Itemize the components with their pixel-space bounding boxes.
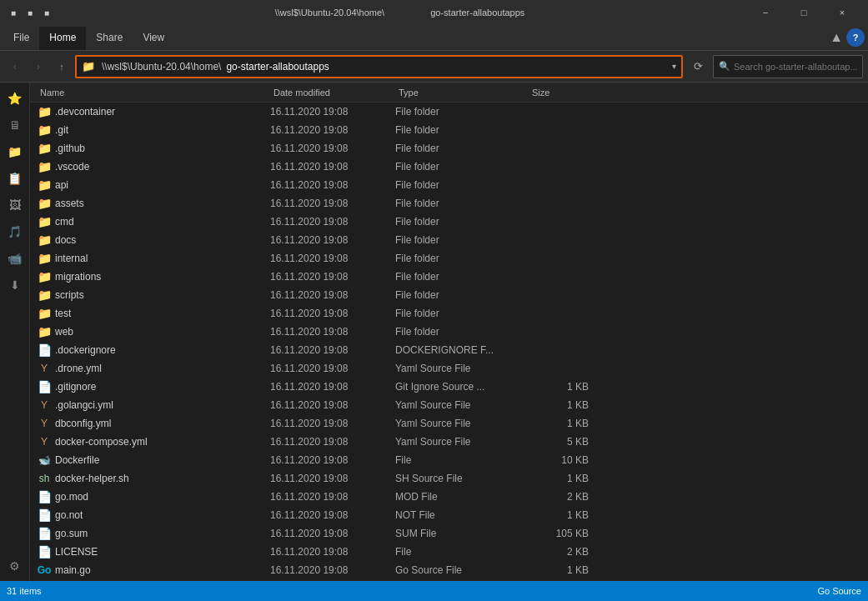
file-name: docker-helper.sh [55, 473, 270, 484]
column-header-type[interactable]: Type [395, 88, 529, 98]
file-icon: Y [37, 398, 52, 413]
column-header-date[interactable]: Date modified [270, 88, 395, 98]
table-row[interactable]: sh docker-helper.sh 16.11.2020 19:08 SH … [30, 469, 868, 488]
table-row[interactable]: 📄 go.mod 16.11.2020 19:08 MOD File 2 KB [30, 488, 868, 506]
file-type: Go Source File [395, 564, 529, 576]
search-bar[interactable]: 🔍 [713, 55, 863, 78]
column-header-name[interactable]: Name [37, 88, 270, 98]
table-row[interactable]: 📁 docs 16.11.2020 19:08 File folder [30, 231, 868, 249]
close-button[interactable]: × [823, 0, 861, 25]
file-date: 16.11.2020 19:08 [270, 564, 395, 576]
file-name: .github [55, 143, 270, 154]
tab-share[interactable]: Share [86, 27, 133, 50]
address-bar-row: ‹ › ↑ 📁 \\wsl$\Ubuntu-20.04\home\ go-sta… [0, 51, 868, 83]
table-row[interactable]: Y dbconfig.yml 16.11.2020 19:08 Yaml Sou… [30, 414, 868, 433]
sidebar-icon-clipboard[interactable]: 📋 [3, 166, 28, 191]
sidebar-icon-download[interactable]: ⬇ [3, 273, 28, 298]
file-size: 10 KB [529, 454, 595, 466]
file-date: 16.11.2020 19:08 [270, 381, 395, 393]
ribbon-tabs: File Home Share View ▲ ? [0, 25, 868, 50]
table-row[interactable]: 📁 web 16.11.2020 19:08 File folder [30, 323, 868, 341]
ribbon: File Home Share View ▲ ? [0, 25, 868, 51]
file-date: 16.11.2020 19:08 [270, 271, 395, 283]
file-type: File folder [395, 179, 529, 191]
file-date: 16.11.2020 19:08 [270, 124, 395, 136]
table-row[interactable]: 📄 .gitignore 16.11.2020 19:08 Git Ignore… [30, 378, 868, 396]
column-header-size[interactable]: Size [529, 88, 595, 98]
table-row[interactable]: Y .golangci.yml 16.11.2020 19:08 Yaml So… [30, 396, 868, 414]
table-row[interactable]: 📁 internal 16.11.2020 19:08 File folder [30, 249, 868, 268]
file-date: 16.11.2020 19:08 [270, 143, 395, 154]
file-type: Yaml Source File [395, 399, 529, 411]
table-row[interactable]: 📁 .github 16.11.2020 19:08 File folder [30, 139, 868, 158]
table-row[interactable]: 📁 api 16.11.2020 19:08 File folder [30, 176, 868, 194]
refresh-button[interactable]: ⟳ [686, 55, 710, 78]
file-name: go.not [55, 509, 270, 521]
file-icon: 📁 [37, 269, 52, 284]
file-name: go.sum [55, 528, 270, 539]
table-row[interactable]: 📁 .vscode 16.11.2020 19:08 File folder [30, 158, 868, 176]
status-item-count: 31 items [7, 586, 42, 596]
table-row[interactable]: 📁 .git 16.11.2020 19:08 File folder [30, 121, 868, 139]
tab-view[interactable]: View [133, 27, 174, 50]
search-input[interactable] [734, 62, 857, 72]
file-icon: 📄 [37, 379, 52, 394]
minimize-button[interactable]: − [746, 0, 785, 25]
file-type: File folder [395, 216, 529, 228]
sidebar-icon-music[interactable]: 🎵 [3, 219, 28, 244]
address-dropdown-icon[interactable]: ▾ [672, 62, 676, 71]
table-row[interactable]: Y docker-compose.yml 16.11.2020 19:08 Ya… [30, 433, 868, 451]
file-icon: 📁 [37, 251, 52, 266]
sidebar-icon-folder[interactable]: 📁 [3, 139, 28, 164]
sidebar-icon-star[interactable]: ⭐ [3, 86, 28, 111]
table-row[interactable]: 📁 .devcontainer 16.11.2020 19:08 File fo… [30, 103, 868, 121]
sidebar-icon-video[interactable]: 📹 [3, 246, 28, 271]
table-row[interactable]: Go main.go 16.11.2020 19:08 Go Source Fi… [30, 561, 868, 579]
file-date: 16.11.2020 19:08 [270, 198, 395, 209]
table-row[interactable]: 📁 cmd 16.11.2020 19:08 File folder [30, 213, 868, 231]
help-button[interactable]: ? [846, 28, 865, 47]
file-date: 16.11.2020 19:08 [270, 509, 395, 521]
file-icon: 📄 [37, 526, 52, 541]
file-type: SUM File [395, 528, 529, 539]
table-row[interactable]: Y .drone.yml 16.11.2020 19:08 Yaml Sourc… [30, 359, 868, 378]
table-row[interactable]: 📄 LICENSE 16.11.2020 19:08 File 2 KB [30, 543, 868, 561]
address-bar[interactable]: 📁 \\wsl$\Ubuntu-20.04\home\ go-starter-a… [75, 55, 683, 78]
file-size: 1 KB [529, 418, 595, 429]
file-type: File folder [395, 161, 529, 173]
sidebar-icon-settings[interactable]: ⚙ [3, 553, 28, 578]
file-size: 1 KB [529, 381, 595, 393]
back-button[interactable]: ‹ [5, 57, 25, 77]
file-type: Git Ignore Source ... [395, 381, 529, 393]
file-size: 2 KB [529, 546, 595, 558]
file-name: assets [55, 198, 270, 209]
file-type: File [395, 546, 529, 558]
tab-file[interactable]: File [3, 27, 39, 50]
up-button[interactable]: ↑ [52, 57, 72, 77]
table-row[interactable]: 📁 migrations 16.11.2020 19:08 File folde… [30, 268, 868, 286]
file-date: 16.11.2020 19:08 [270, 363, 395, 374]
table-row[interactable]: 📄 go.sum 16.11.2020 19:08 SUM File 105 K… [30, 524, 868, 543]
sidebar-icon-image[interactable]: 🖼 [3, 193, 28, 218]
file-list-header: Name Date modified Type Size [30, 83, 868, 103]
table-row[interactable]: 📁 test 16.11.2020 19:08 File folder [30, 304, 868, 323]
table-row[interactable]: 📁 scripts 16.11.2020 19:08 File folder [30, 286, 868, 304]
table-row[interactable]: 🐋 Dockerfile 16.11.2020 19:08 File 10 KB [30, 451, 868, 469]
ribbon-expand-icon[interactable]: ▲ [830, 30, 843, 45]
table-row[interactable]: 📄 .dockerignore 16.11.2020 19:08 DOCKERI… [30, 341, 868, 359]
file-icon: 📁 [37, 306, 52, 321]
file-type: File folder [395, 308, 529, 319]
file-date: 16.11.2020 19:08 [270, 546, 395, 558]
tab-home[interactable]: Home [39, 27, 86, 50]
table-row[interactable]: 📄 go.not 16.11.2020 19:08 NOT File 1 KB [30, 506, 868, 524]
file-type: File folder [395, 106, 529, 118]
sidebar-icon-pc[interactable]: 🖥 [3, 113, 28, 138]
maximize-button[interactable]: □ [785, 0, 823, 25]
file-date: 16.11.2020 19:08 [270, 161, 395, 173]
file-name: .golangci.yml [55, 399, 270, 411]
file-type: Yaml Source File [395, 363, 529, 374]
forward-button[interactable]: › [28, 57, 48, 77]
table-row[interactable]: 📁 assets 16.11.2020 19:08 File folder [30, 194, 868, 213]
file-name: .vscode [55, 161, 270, 173]
file-icon: 📁 [37, 123, 52, 138]
